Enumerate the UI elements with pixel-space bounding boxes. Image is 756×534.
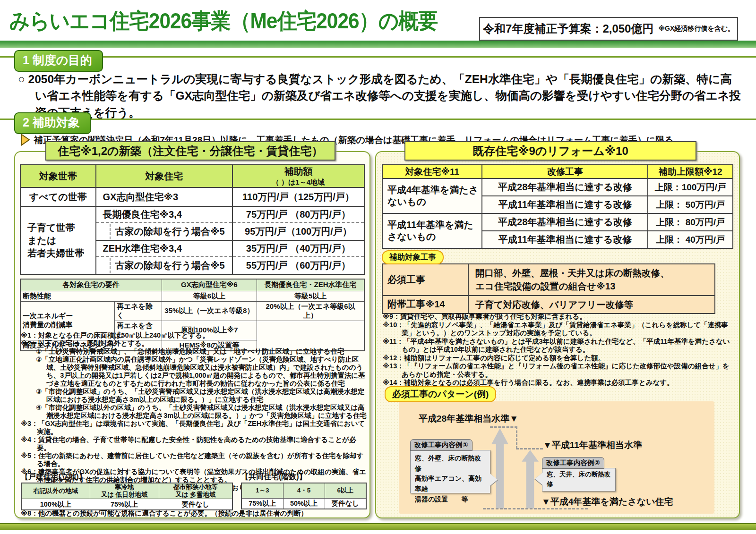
underlined-text: ワンストップ対応	[464, 329, 520, 337]
cell-cap: 上限：100万円/戸	[648, 178, 733, 196]
cell-amount: 95万円/戸（100万円/戸）	[232, 222, 364, 240]
section2-heading: 2 補助対象	[14, 112, 91, 134]
col-header-gx: GX志向型住宅※6	[162, 279, 257, 291]
section1-rule	[0, 56, 756, 58]
budget-amount: 令和7年度補正予算案：2,050億円	[483, 21, 653, 36]
cell-value: 75%以上	[241, 498, 283, 509]
table-row: 平成11年基準を満たさないもの 平成28年基準相当に達する改修 上限： 80万円…	[382, 213, 733, 231]
cell-value: 要件なし	[159, 499, 232, 510]
cell-label: 断熱性能	[20, 291, 162, 301]
col-header-work: 改修工事	[482, 165, 648, 178]
cell-house: ZEH水準住宅※3,4	[96, 240, 232, 256]
h11-level-label: ▼平成11年基準相当水準	[543, 439, 642, 451]
col-header: 寒冷地 又は 低日射地域	[90, 483, 159, 499]
detached-house-table: 右記以外の地域 寒冷地 又は 低日射地域 都市部狭小地等 又は 多雪地域 100…	[21, 483, 233, 510]
apartment-table: 1～3 4・5 6以上 75%以上 50%以上 要件なし	[241, 483, 367, 509]
table-row: 附帯工事※14 子育て対応改修、バリアフリー改修等	[382, 296, 715, 314]
new-construction-panel-title: 住宅※1,2の新築（注文住宅・分譲住宅・賃貸住宅）	[45, 141, 335, 161]
callout-body: 窓、外壁、床の断熱改修 高効率エアコン、高効率給 湯器の設置 等	[410, 450, 490, 493]
cell-value: 100%以上	[21, 499, 90, 510]
footer-band	[0, 523, 756, 530]
renovation-notes: ※9：賃貸住宅や、買取再販事業者が扱う住宅も対象に含まれる。 ※10：「先進的窓…	[383, 313, 736, 387]
budget-box: 令和7年度補正予算案：2,050億円 ※GX経済移行債を含む。	[479, 17, 738, 41]
cell-other: 等級5以上	[257, 291, 364, 301]
col-header-household: 対象世帯	[20, 165, 96, 187]
renovation-cap-table: 対象住宅※11 改修工事 補助上限額※12 平成4年基準を満たさないもの 平成2…	[382, 164, 733, 249]
mandatory-work-pattern-diagram: 平成28年基準相当水準▼ ▼平成11年基準相当水準 改修工事内容例① 窓、外壁、…	[399, 401, 714, 514]
col-header: 都市部狭小地等 又は 多雪地域	[159, 483, 232, 499]
col-header-cap: 補助上限額※12	[648, 165, 733, 178]
work-table: 必須工事 開口部、外壁、屋根・天井又は床の断熱改修、 エコ住宅設備の設置の組合せ…	[382, 263, 715, 314]
cell-work-desc: 子育て対応改修、バリアフリー改修等	[468, 296, 715, 314]
callout-tail-icon	[535, 473, 542, 485]
table-row: 断熱性能 等級6以上 等級5以上	[20, 291, 364, 301]
section1-heading: 1 制度の目的	[14, 50, 103, 72]
cell-household-group: 子育て世帯 または 若者夫婦世帯	[20, 206, 96, 274]
budget-note: ※GX経済移行債を含む。	[658, 25, 734, 33]
table-row: 平成4年基準を満たさないもの 平成28年基準相当に達する改修 上限：100万円/…	[382, 178, 733, 196]
table-row: すべての世帯 GX志向型住宅※3 110万円/戸（125万円/戸）	[20, 187, 364, 206]
cell-house: 長期優良住宅※3,4	[96, 206, 232, 222]
cell-work: 平成11年基準相当に達する改修	[482, 231, 648, 248]
cell-work: 平成28年基準相当に達する改修	[482, 178, 648, 196]
work-example-callout-2: 改修工事内容例② 窓、天井、床の断熱改修	[542, 457, 616, 492]
note: ※14：補助対象となるのは必須工事を行う場合に限る。なお、連携事業は必須工事とみ…	[383, 379, 736, 387]
page-title: みらいエコ住宅2026事業（Me住宅2026）の概要	[9, 7, 438, 36]
col-header-amount-sub: （ ）は1～4地域	[233, 178, 364, 187]
table-header-row: 対象住宅※11 改修工事 補助上限額※12	[382, 165, 733, 178]
note: ※12：補助額はリフォーム工事の内容に応じて定める額を合算した額。	[383, 354, 736, 363]
table-row: 75%以上 50%以上 要件なし	[241, 498, 366, 509]
work-example-callout-1: 改修工事内容例① 窓、外壁、床の断熱改修 高効率エアコン、高効率給 湯器の設置 …	[410, 439, 490, 493]
section2-rule	[0, 119, 756, 120]
dashed-line	[483, 508, 588, 509]
header-divider-band	[0, 41, 756, 48]
h28-level-label: 平成28年基準相当水準▼	[419, 413, 518, 425]
note-subitem: ④「市街化調整区域以外の区域」のうち、「土砂災害警戒区域又は浸水想定区域（洪水浸…	[36, 404, 368, 420]
note: ※2：以下の住宅は、原則対象外とする。	[21, 339, 368, 348]
cell-work-desc: 開口部、外壁、屋根・天井又は床の断熱改修、 エコ住宅設備の設置の組合せ※13	[468, 264, 715, 296]
cell-amount: 110万円/戸（125万円/戸）	[232, 187, 364, 206]
table-header-row: 各対象住宅の要件 GX志向型住宅※6 長期優良住宅・ZEH水準住宅	[20, 279, 364, 291]
cell-cap: 上限： 40万円/戸	[648, 231, 733, 248]
table-header-row: 1～3 4・5 6以上	[241, 483, 366, 498]
cell-house: 古家の除却を行う場合※5	[96, 222, 232, 240]
arrow-right-icon	[21, 134, 30, 146]
renovation-panel: 対象住宅※11 改修工事 補助上限額※12 平成4年基準を満たさないもの 平成2…	[375, 151, 740, 518]
callout-title: 改修工事内容例②	[542, 457, 604, 469]
new-construction-notes: ※1：対象となる住戸の床面積は50㎡以上240㎡以下とする。 ※2：以下の住宅は…	[21, 331, 368, 492]
pattern-badge: 必須工事のパターン(例)	[385, 386, 496, 402]
table-header-row: 右記以外の地域 寒冷地 又は 低日射地域 都市部狭小地等 又は 多雪地域	[21, 483, 232, 499]
col-header-house: 対象住宅	[96, 165, 232, 187]
col-header: 6以上	[325, 483, 366, 498]
renovation-panel-title: 既存住宅※9のリフォーム※10	[404, 141, 696, 161]
cell-gx: 等級6以上	[162, 291, 257, 301]
cell-cap: 上限： 80万円/戸	[648, 213, 733, 231]
table-row: 必須工事 開口部、外壁、屋根・天井又は床の断熱改修、 エコ住宅設備の設置の組合せ…	[382, 264, 715, 296]
dashed-line	[490, 426, 517, 428]
purpose-paragraph: ○ 2050年カーボンニュートラルの実現に寄与する良質なストック形成を図るため、…	[18, 71, 743, 121]
cell-gx: 35%以上（一次エネ等級8）	[162, 301, 257, 321]
cell-work: 平成28年基準相当に達する改修	[482, 213, 648, 231]
note: ※10：「先進的窓リノベ事業」、「給湯省エネ事業」及び「賃貸給湯省エネ事業」（こ…	[383, 321, 736, 338]
apartment-table-label: 【共同住宅(階数)】	[241, 472, 307, 482]
col-header-amount: 補助額 （ ）は1～4地域	[232, 165, 364, 187]
note: ※4：賃貸住宅の場合、子育て世帯等に配慮した安全性・防犯性を高めるための技術基準…	[21, 436, 368, 452]
cell-amount: 55万円/戸 （60万円/戸）	[232, 256, 364, 274]
detached-table-label: 【戸建住宅(立地)】	[21, 472, 86, 482]
cell-house-group: 平成11年基準を満たさないもの	[382, 213, 482, 248]
note: ※9：賃貸住宅や、買取再販事業者が扱う住宅も対象に含まれる。	[383, 313, 736, 321]
up-arrow-icon	[491, 428, 508, 509]
new-construction-panel: 対象世帯 対象住宅 補助額 （ ）は1～4地域 すべての世帯 GX志向型住宅※3…	[14, 151, 370, 518]
col-header: 右記以外の地域	[21, 483, 90, 499]
col-header-other: 長期優良住宅・ZEH水準住宅	[257, 279, 364, 291]
dashed-line	[516, 448, 543, 449]
cell-household: すべての世帯	[20, 187, 96, 206]
work-badge: 補助対象工事	[382, 250, 444, 264]
col-header-house: 対象住宅※11	[382, 165, 482, 178]
cell-amount: 75万円/戸 （80万円/戸）	[232, 206, 364, 222]
cell-work: 平成11年基準相当に達する改修	[482, 196, 648, 213]
col-header: 1～3	[241, 483, 283, 498]
note-subitem: ①「土砂災害特別警戒区域」、「急傾斜地崩壊危険区域」又は「地すべり防止区域」に立…	[36, 348, 368, 356]
callout-title: 改修工事内容例①	[410, 439, 472, 451]
document-page: みらいエコ住宅2026事業（Me住宅2026）の概要 令和7年度補正予算案：2,…	[0, 0, 756, 534]
